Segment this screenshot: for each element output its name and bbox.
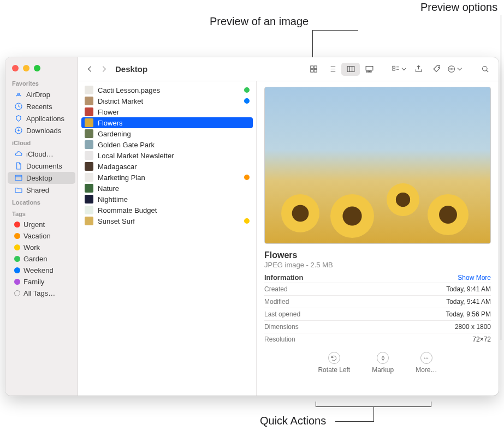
show-more-link[interactable]: Show More: [458, 274, 491, 282]
search-button[interactable]: [477, 63, 493, 76]
tag-dot-icon: [14, 279, 20, 285]
sidebar-item-label: All Tags…: [23, 289, 55, 297]
window-controls: [5, 62, 78, 77]
forward-button[interactable]: [98, 63, 110, 75]
file-name: Local Market Newsletter: [98, 152, 250, 160]
file-name: District Market: [98, 97, 240, 105]
file-row[interactable]: Nature: [81, 183, 253, 194]
file-row[interactable]: Marketing Plan: [81, 172, 253, 183]
quick-action-markup[interactable]: Markup: [372, 352, 394, 374]
svg-rect-3: [15, 175, 22, 180]
file-row[interactable]: Golden Gate Park: [81, 139, 253, 150]
file-icon: [85, 195, 93, 203]
tag-dot-icon: [14, 233, 20, 239]
file-icon: [85, 118, 93, 127]
view-gallery-button[interactable]: [360, 63, 378, 76]
file-row[interactable]: Gardening: [81, 128, 253, 139]
file-column[interactable]: Cacti Lesson.pages District Market Flowe…: [78, 81, 257, 396]
tag-dot-icon: [14, 222, 20, 228]
file-icon: [85, 151, 93, 160]
tag-vacation[interactable]: Vacation: [8, 230, 75, 242]
sidebar-item-recents[interactable]: Recents: [8, 100, 75, 112]
svg-point-20: [482, 67, 487, 71]
sidebar: Favorites AirDrop Recents Applications D…: [5, 57, 78, 396]
quick-action-more[interactable]: More…: [416, 352, 437, 374]
file-icon: [85, 173, 93, 182]
sunflower-decoration: [330, 194, 374, 238]
tag-work[interactable]: Work: [8, 242, 75, 253]
info-value: 2800 x 1800: [455, 323, 491, 331]
sidebar-item-label: Recents: [26, 103, 52, 111]
action-button[interactable]: [447, 63, 464, 76]
view-columns-button[interactable]: [341, 63, 360, 76]
file-row[interactable]: District Market: [81, 95, 253, 106]
close-button[interactable]: [12, 65, 19, 71]
sidebar-item-documents[interactable]: Documents: [8, 160, 75, 172]
back-button[interactable]: [84, 63, 96, 75]
content-area: Cacti Lesson.pages District Market Flowe…: [78, 81, 499, 396]
cloud-icon: [14, 149, 23, 158]
info-header: Information: [264, 273, 304, 282]
folder-icon: [14, 185, 23, 194]
file-name: Nature: [98, 184, 250, 193]
file-row[interactable]: Cacti Lesson.pages: [81, 85, 253, 95]
quick-action-rotate-left[interactable]: Rotate Left: [318, 352, 350, 374]
file-icon: [85, 129, 93, 138]
file-tag-icon: [244, 175, 250, 180]
file-row[interactable]: Madagascar: [81, 161, 253, 172]
file-icon: [85, 107, 93, 116]
svg-point-17: [450, 69, 450, 69]
svg-rect-6: [310, 69, 313, 72]
sidebar-item-applications[interactable]: Applications: [8, 112, 75, 124]
tag-dot-icon: [14, 256, 20, 262]
file-name: Roommate Budget: [98, 206, 250, 214]
rotate-left-icon: [328, 352, 340, 364]
file-row[interactable]: Sunset Surf: [81, 216, 253, 226]
file-name: Golden Gate Park: [98, 141, 250, 149]
tags-button[interactable]: [429, 63, 445, 76]
share-button[interactable]: [410, 63, 426, 76]
svg-rect-8: [347, 67, 354, 72]
view-icons-button[interactable]: [304, 63, 323, 76]
file-tag-icon: [244, 218, 250, 224]
sidebar-item-airdrop[interactable]: AirDrop: [8, 88, 75, 100]
sunflower-decoration: [428, 194, 469, 235]
file-row[interactable]: Roommate Budget: [81, 205, 253, 216]
zoom-button[interactable]: [34, 65, 40, 71]
sidebar-item-icloud[interactable]: iCloud…: [8, 148, 75, 160]
tag-weekend[interactable]: Weekend: [8, 265, 75, 276]
callout-line: [312, 30, 313, 57]
tag-all[interactable]: All Tags…: [8, 288, 75, 299]
svg-point-22: [426, 357, 426, 358]
info-key: Dimensions: [264, 323, 299, 331]
svg-point-21: [425, 357, 425, 358]
tag-family[interactable]: Family: [8, 276, 75, 288]
sidebar-item-label: Shared: [26, 186, 49, 194]
preview-pane: Flowers JPEG image - 2.5 MB Information …: [257, 81, 499, 396]
tag-garden[interactable]: Garden: [8, 253, 75, 265]
callout-line: [373, 407, 374, 421]
info-row: Dimensions2800 x 1800: [264, 320, 491, 333]
minimize-button[interactable]: [23, 65, 29, 71]
preview-thumbnail[interactable]: [264, 87, 491, 244]
sidebar-item-downloads[interactable]: Downloads: [8, 124, 75, 136]
tag-urgent[interactable]: Urgent: [8, 219, 75, 230]
sidebar-item-desktop[interactable]: Desktop: [8, 172, 75, 184]
sidebar-item-label: Vacation: [23, 232, 51, 240]
file-row[interactable]: Flower: [81, 106, 253, 117]
file-row[interactable]: Local Market Newsletter: [81, 150, 253, 161]
sidebar-item-label: Work: [23, 243, 40, 252]
view-list-button[interactable]: [323, 63, 341, 76]
file-row[interactable]: Nighttime: [81, 194, 253, 205]
file-icon: [85, 184, 93, 193]
sidebar-item-label: Family: [23, 278, 44, 286]
info-key: Modified: [264, 298, 289, 306]
callout-line: [501, 15, 501, 340]
file-row[interactable]: Flowers: [81, 117, 253, 128]
svg-rect-13: [393, 66, 395, 68]
group-button[interactable]: [392, 63, 408, 76]
doc-icon: [14, 161, 23, 170]
file-icon: [85, 217, 93, 225]
sidebar-item-shared[interactable]: Shared: [8, 184, 75, 196]
file-name: Nighttime: [98, 195, 250, 203]
